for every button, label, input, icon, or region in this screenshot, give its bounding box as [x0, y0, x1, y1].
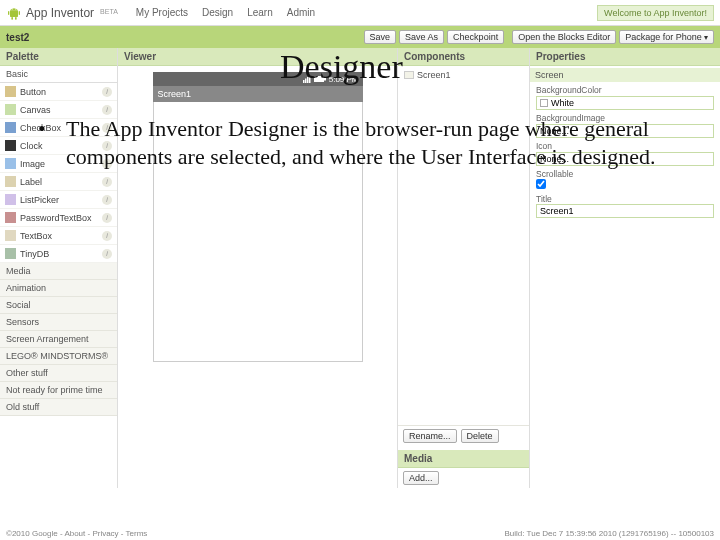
palette-cat-social[interactable]: Social [0, 297, 117, 314]
label-icon [5, 176, 16, 187]
svg-point-4 [15, 8, 16, 9]
brand: App Inventor BETA [6, 4, 118, 22]
image-icon [5, 158, 16, 169]
palette-item-label: TinyDB [20, 249, 49, 259]
info-icon[interactable]: i [102, 105, 112, 115]
palette-item-textbox[interactable]: TextBoxi [0, 227, 117, 245]
textbox-icon [5, 230, 16, 241]
info-icon[interactable]: i [102, 249, 112, 259]
svg-rect-6 [15, 17, 17, 20]
project-name: test2 [6, 32, 29, 43]
prop-title-input[interactable] [536, 204, 714, 218]
palette-cat-screen-arrangement[interactable]: Screen Arrangement [0, 331, 117, 348]
top-nav: My Projects Design Learn Admin [136, 7, 315, 18]
palette-cat-animation[interactable]: Animation [0, 280, 117, 297]
android-icon [6, 4, 22, 22]
top-bar: App Inventor BETA My Projects Design Lea… [0, 0, 720, 26]
delete-button[interactable]: Delete [461, 429, 499, 443]
white-swatch-icon [540, 99, 548, 107]
palette-cat-basic[interactable]: Basic [0, 66, 117, 83]
project-bar: test2 Save Save As Checkpoint Open the B… [0, 26, 720, 48]
info-icon[interactable]: i [102, 213, 112, 223]
palette-panel: Palette Basic ButtoniCanvasiCheckBoxiClo… [0, 48, 118, 488]
palette-item-label: Label [20, 177, 42, 187]
palette-item-label: ListPicker [20, 195, 59, 205]
prop-bgcolor-field[interactable]: White [536, 96, 714, 110]
palette-item-listpicker[interactable]: ListPickeri [0, 191, 117, 209]
slide-body: • The App Inventor Designer is the brows… [38, 115, 690, 170]
palette-item-label: Canvas [20, 105, 51, 115]
palette-cat-lego-mindstorms-[interactable]: LEGO® MINDSTORMS® [0, 348, 117, 365]
nav-my-projects[interactable]: My Projects [136, 7, 188, 18]
palette-cat-not-ready-for-prime-time[interactable]: Not ready for prime time [0, 382, 117, 399]
properties-header: Properties [530, 48, 720, 66]
listpicker-icon [5, 194, 16, 205]
palette-item-tinydb[interactable]: TinyDBi [0, 245, 117, 263]
canvas-icon [5, 104, 16, 115]
svg-rect-5 [11, 17, 13, 20]
palette-cat-sensors[interactable]: Sensors [0, 314, 117, 331]
palette-item-button[interactable]: Buttoni [0, 83, 117, 101]
prop-bgcolor-label: BackgroundColor [536, 85, 714, 95]
prop-title-label: Title [536, 194, 714, 204]
svg-rect-1 [8, 11, 9, 15]
properties-subhead: Screen [530, 68, 720, 82]
footer-left: ©2010 Google - About - Privacy - Terms [6, 529, 147, 538]
footer-right: Build: Tue Dec 7 15:39:56 2010 (12917651… [505, 529, 715, 538]
phone-title-bar: Screen1 [153, 86, 363, 102]
tree-node-screen1[interactable]: Screen1 [404, 70, 523, 80]
palette-item-label: TextBox [20, 231, 52, 241]
beta-badge: BETA [100, 8, 118, 15]
viewer-panel: Viewer 5:09 PM Screen1 [118, 48, 398, 488]
save-button[interactable]: Save [364, 30, 397, 44]
checkpoint-button[interactable]: Checkpoint [447, 30, 504, 44]
package-phone-button[interactable]: Package for Phone [619, 30, 714, 44]
info-icon[interactable]: i [102, 177, 112, 187]
palette-cat-other-stuff[interactable]: Other stuff [0, 365, 117, 382]
tinydb-icon [5, 248, 16, 259]
prop-scrollable-checkbox[interactable] [536, 179, 546, 189]
save-as-button[interactable]: Save As [399, 30, 444, 44]
prop-scrollable-label: Scrollable [536, 169, 714, 179]
open-blocks-button[interactable]: Open the Blocks Editor [512, 30, 616, 44]
nav-admin[interactable]: Admin [287, 7, 315, 18]
columns: Palette Basic ButtoniCanvasiCheckBoxiClo… [0, 48, 720, 488]
screen-icon [404, 71, 414, 79]
palette-header: Palette [0, 48, 117, 66]
checkbox-icon [5, 122, 16, 133]
media-add-button[interactable]: Add... [403, 471, 439, 485]
components-panel: Components Screen1 Rename... Delete Medi… [398, 48, 530, 488]
button-icon [5, 86, 16, 97]
slide-title: Designer [280, 48, 403, 86]
info-icon[interactable]: i [102, 195, 112, 205]
clock-icon [5, 140, 16, 151]
media-header: Media [398, 450, 529, 468]
svg-rect-2 [19, 11, 20, 15]
footer: ©2010 Google - About - Privacy - Terms B… [6, 529, 714, 538]
palette-item-label[interactable]: Labeli [0, 173, 117, 191]
welcome-banner: Welcome to App Inventor! [597, 5, 714, 21]
properties-panel: Properties Screen BackgroundColor White … [530, 48, 720, 488]
palette-item-label: Button [20, 87, 46, 97]
palette-item-label: PasswordTextBox [20, 213, 92, 223]
palette-cat-media[interactable]: Media [0, 263, 117, 280]
brand-text: App Inventor [26, 6, 94, 20]
palette-cat-old-stuff[interactable]: Old stuff [0, 399, 117, 416]
passwordtextbox-icon [5, 212, 16, 223]
svg-point-3 [12, 8, 13, 9]
components-header: Components [398, 48, 529, 66]
info-icon[interactable]: i [102, 231, 112, 241]
palette-item-passwordtextbox[interactable]: PasswordTextBoxi [0, 209, 117, 227]
nav-design[interactable]: Design [202, 7, 233, 18]
info-icon[interactable]: i [102, 87, 112, 97]
nav-learn[interactable]: Learn [247, 7, 273, 18]
svg-rect-0 [10, 10, 18, 17]
rename-button[interactable]: Rename... [403, 429, 457, 443]
